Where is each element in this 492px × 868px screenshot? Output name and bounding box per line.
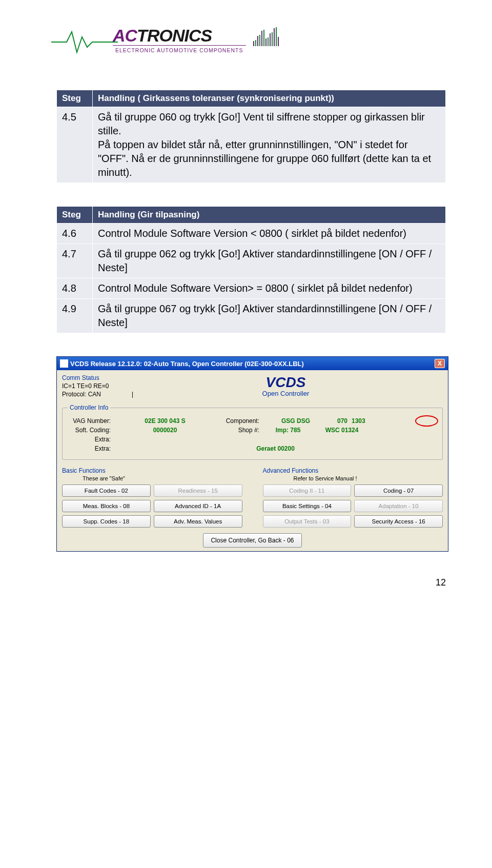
table-row: 4.5 Gå til gruppe 060 og trykk [Go!] Ven… bbox=[57, 107, 446, 183]
adaptation-button[interactable]: Adaptation - 10 bbox=[354, 500, 443, 512]
th-steg: Steg bbox=[57, 207, 93, 224]
comm-status: Comm Status IC=1 TE=0 RE=0 Protocol: CAN… bbox=[62, 374, 180, 398]
table-row: 4.8 Control Module Software Version> = 0… bbox=[57, 278, 446, 299]
comm-line-2: Protocol: CAN| bbox=[62, 391, 180, 398]
step-text: Gå til gruppe 062 og trykk [Go!] Aktiver… bbox=[93, 244, 446, 278]
step-text: Control Module Software Version < 0800 (… bbox=[93, 224, 446, 244]
basic-title: Basic Functions bbox=[62, 467, 242, 474]
logo-brand-a: AC bbox=[113, 26, 137, 45]
basic-sub: These are "Safe" bbox=[62, 475, 242, 481]
label-soft: Soft. Coding: bbox=[68, 427, 114, 434]
advanced-functions: Advanced Functions Refer to Service Manu… bbox=[263, 467, 443, 528]
label-shop: Shop #: bbox=[216, 427, 262, 434]
close-icon[interactable]: X bbox=[435, 359, 445, 368]
readiness-button[interactable]: Readiness - 15 bbox=[154, 485, 242, 497]
step-text: Gå til gruppe 060 og trykk [Go!] Vent ti… bbox=[93, 107, 446, 183]
value-component-right: 070 bbox=[329, 417, 350, 425]
adv-sub: Refer to Service Manual ! bbox=[263, 475, 443, 481]
ecg-line-icon bbox=[51, 27, 118, 57]
vcds-logo-block: VCDS Open Controller bbox=[180, 374, 392, 398]
tally-lines-icon bbox=[251, 26, 287, 47]
step-num: 4.7 bbox=[57, 244, 93, 278]
value-soft: 0000020 bbox=[114, 427, 216, 434]
table-tilpasning: Steg Handling (Gir tilpasning) 4.6 Contr… bbox=[56, 206, 446, 333]
comm-status-label: Comm Status bbox=[62, 374, 180, 381]
label-extra2: Extra: bbox=[68, 445, 114, 452]
vcds-logo: VCDS bbox=[180, 374, 392, 391]
logo-divider bbox=[113, 45, 246, 46]
value-extra2: Geraet 00200 bbox=[114, 445, 437, 452]
titlebar: VCDS Release 12.12.0: 02-Auto Trans, Ope… bbox=[57, 357, 448, 370]
step-num: 4.8 bbox=[57, 278, 93, 299]
vcds-logo-sub: Open Controller bbox=[180, 390, 392, 397]
output-tests-button[interactable]: Output Tests - 03 bbox=[263, 515, 352, 528]
step-num: 4.9 bbox=[57, 299, 93, 333]
adv-title: Advanced Functions bbox=[263, 467, 443, 474]
table-row: 4.9 Gå til gruppe 067 og trykk [Go!] Akt… bbox=[57, 299, 446, 333]
value-vag: 02E 300 043 S bbox=[114, 417, 216, 425]
vcds-window: VCDS Release 12.12.0: 02-Auto Trans, Ope… bbox=[56, 356, 448, 552]
vcds-body: Comm Status IC=1 TE=0 RE=0 Protocol: CAN… bbox=[57, 370, 448, 551]
window-title: VCDS Release 12.12.0: 02-Auto Trans, Ope… bbox=[70, 360, 304, 368]
table-row: 4.7 Gå til gruppe 062 og trykk [Go!] Akt… bbox=[57, 244, 446, 278]
step-text: Gå til gruppe 067 og trykk [Go!] Aktiver… bbox=[93, 299, 446, 333]
basic-settings-button[interactable]: Basic Settings - 04 bbox=[263, 500, 352, 512]
fault-codes-button[interactable]: Fault Codes - 02 bbox=[62, 485, 151, 497]
coding-ii-button[interactable]: Coding II - 11 bbox=[263, 485, 352, 497]
coding-button[interactable]: Coding - 07 bbox=[354, 485, 443, 497]
app-icon bbox=[60, 359, 68, 368]
value-shop-wsc: WSC 01324 bbox=[314, 427, 370, 434]
basic-functions: Basic Functions These are "Safe" Fault C… bbox=[62, 467, 242, 528]
table-row: 4.6 Control Module Software Version < 08… bbox=[57, 224, 446, 244]
meas-blocks-button[interactable]: Meas. Blocks - 08 bbox=[62, 500, 151, 512]
close-controller-button[interactable]: Close Controller, Go Back - 06 bbox=[203, 533, 301, 548]
step-num: 4.5 bbox=[57, 107, 93, 183]
logo-subtitle: ELECTRONIC AUTOMOTIVE COMPONENTS bbox=[115, 47, 243, 53]
label-extra1: Extra: bbox=[68, 436, 114, 443]
supp-codes-button[interactable]: Supp. Codes - 18 bbox=[62, 515, 151, 528]
controller-info: Controller Info VAG Number: 02E 300 043 … bbox=[62, 404, 443, 460]
label-vag: VAG Number: bbox=[68, 417, 114, 425]
comm-line-1: IC=1 TE=0 RE=0 bbox=[62, 382, 180, 390]
logo-brand-b: TRONICS bbox=[137, 26, 212, 45]
th-steg: Steg bbox=[57, 90, 93, 107]
security-access-button[interactable]: Security Access - 16 bbox=[354, 515, 443, 528]
page-number: 12 bbox=[56, 577, 446, 588]
logo-brand: ACTRONICS bbox=[113, 26, 212, 46]
advanced-id-button[interactable]: Advanced ID - 1A bbox=[154, 500, 242, 512]
value-component-circled: 1303 bbox=[350, 417, 373, 425]
adv-meas-values-button[interactable]: Adv. Meas. Values bbox=[154, 515, 242, 528]
logo-header: ACTRONICS ELECTRONIC AUTOMOTIVE COMPONEN… bbox=[56, 21, 446, 64]
th-handling: Handling ( Girkassens toleranser (synkro… bbox=[93, 90, 446, 107]
step-text: Control Module Software Version> = 0800 … bbox=[93, 278, 446, 299]
label-component: Component: bbox=[216, 417, 262, 425]
value-component: GSG DSG bbox=[262, 417, 329, 425]
step-num: 4.6 bbox=[57, 224, 93, 244]
th-handling: Handling (Gir tilpasning) bbox=[93, 207, 446, 224]
value-shop-imp: Imp: 785 bbox=[262, 427, 314, 434]
controller-legend: Controller Info bbox=[68, 404, 110, 411]
table-toleranser: Steg Handling ( Girkassens toleranser (s… bbox=[56, 90, 446, 183]
